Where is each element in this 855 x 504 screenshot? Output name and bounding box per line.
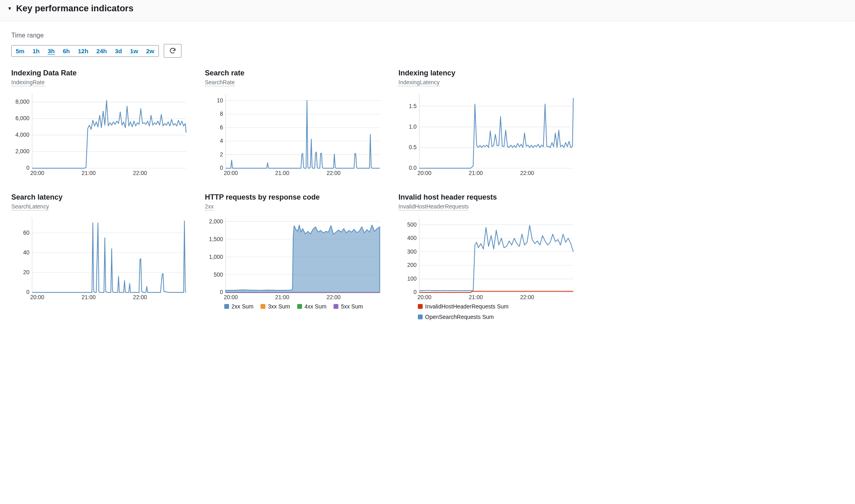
- chart-indexing-latency: Indexing latencyIndexingLatency0.00.51.0…: [398, 69, 576, 177]
- chart-subtitle: InvalidHostHeaderRequests: [398, 203, 469, 210]
- svg-text:20:00: 20:00: [417, 170, 432, 176]
- svg-text:22:00: 22:00: [520, 294, 534, 300]
- time-range-option-3h[interactable]: 3h: [44, 46, 59, 56]
- svg-text:60: 60: [23, 229, 30, 235]
- svg-text:22:00: 22:00: [133, 170, 147, 176]
- svg-text:0: 0: [26, 165, 29, 171]
- svg-text:4: 4: [220, 137, 223, 144]
- chart-subtitle: SearchRate: [205, 79, 235, 86]
- svg-text:21:00: 21:00: [81, 294, 96, 300]
- chart-subtitle: IndexingRate: [11, 79, 45, 86]
- chart-legend: 2xx Sum3xx Sum4xx Sum5xx Sum: [205, 301, 382, 310]
- charts-grid: Indexing Data RateIndexingRate02,0004,00…: [11, 69, 576, 320]
- time-range-segmented[interactable]: 5m1h3h6h12h24h3d1w2w: [11, 45, 159, 57]
- legend-item[interactable]: 3xx Sum: [261, 303, 290, 310]
- chart-subtitle: 2xx: [205, 203, 214, 210]
- svg-text:22:00: 22:00: [520, 170, 534, 176]
- chart-search-rate: Search rateSearchRate024681020:0021:0022…: [205, 69, 382, 177]
- legend-swatch: [261, 304, 265, 309]
- svg-text:500: 500: [407, 221, 417, 227]
- time-range-option-12h[interactable]: 12h: [74, 46, 92, 56]
- time-range-option-6h[interactable]: 6h: [59, 46, 74, 56]
- legend-swatch: [418, 314, 423, 319]
- chart-subtitle: SearchLatency: [11, 203, 49, 210]
- legend-label: 3xx Sum: [268, 303, 290, 310]
- time-range-label: Time range: [11, 32, 844, 39]
- legend-item[interactable]: InvalidHostHeaderRequests Sum: [418, 303, 509, 310]
- svg-text:21:00: 21:00: [469, 170, 483, 176]
- svg-text:20:00: 20:00: [224, 170, 238, 176]
- svg-text:20:00: 20:00: [30, 170, 44, 176]
- svg-text:20:00: 20:00: [30, 294, 44, 300]
- legend-swatch: [297, 304, 302, 309]
- chart-title: Indexing latency: [398, 69, 576, 77]
- svg-text:20:00: 20:00: [417, 294, 432, 300]
- chart-plot[interactable]: 020406020:0021:0022:00: [11, 215, 189, 301]
- time-range-option-3d[interactable]: 3d: [111, 46, 126, 56]
- svg-text:0.0: 0.0: [409, 165, 417, 171]
- legend-item[interactable]: 2xx Sum: [224, 303, 253, 310]
- svg-text:40: 40: [23, 249, 30, 256]
- svg-text:20:00: 20:00: [224, 294, 238, 300]
- time-range-option-2w[interactable]: 2w: [142, 46, 158, 56]
- chart-title: Invalid host header requests: [398, 193, 576, 202]
- legend-swatch: [334, 304, 338, 309]
- legend-item[interactable]: 5xx Sum: [334, 303, 363, 310]
- legend-label: OpenSearchRequests Sum: [425, 314, 494, 320]
- chart-http-requests: HTTP requests by response code2xx05001,0…: [205, 193, 382, 321]
- chart-indexing-rate: Indexing Data RateIndexingRate02,0004,00…: [11, 69, 189, 177]
- refresh-button[interactable]: [164, 44, 181, 58]
- legend-item[interactable]: 4xx Sum: [297, 303, 326, 310]
- legend-label: InvalidHostHeaderRequests Sum: [425, 303, 509, 310]
- chart-legend: InvalidHostHeaderRequests SumOpenSearchR…: [398, 301, 576, 320]
- chart-plot[interactable]: 02,0004,0006,0008,00020:0021:0022:00: [11, 90, 189, 177]
- svg-text:1,000: 1,000: [209, 253, 223, 260]
- chart-plot[interactable]: 024681020:0021:0022:00: [205, 90, 382, 177]
- svg-text:2,000: 2,000: [15, 148, 29, 154]
- svg-text:20: 20: [23, 269, 30, 275]
- time-range-option-5m[interactable]: 5m: [12, 46, 29, 56]
- svg-text:4,000: 4,000: [15, 131, 29, 138]
- svg-text:21:00: 21:00: [469, 294, 483, 300]
- svg-text:21:00: 21:00: [275, 294, 289, 300]
- svg-text:100: 100: [407, 275, 417, 282]
- chart-title: Search latency: [11, 193, 189, 202]
- svg-text:500: 500: [214, 271, 223, 277]
- svg-text:6,000: 6,000: [15, 115, 29, 121]
- svg-text:1.0: 1.0: [409, 123, 417, 130]
- svg-text:21:00: 21:00: [81, 170, 96, 176]
- svg-text:0: 0: [26, 289, 29, 295]
- svg-text:300: 300: [407, 248, 417, 254]
- svg-text:1.5: 1.5: [409, 103, 417, 109]
- chart-title: Indexing Data Rate: [11, 69, 189, 77]
- svg-text:0.5: 0.5: [409, 144, 417, 150]
- time-range-option-1h[interactable]: 1h: [29, 46, 44, 56]
- chart-plot[interactable]: 05001,0001,5002,00020:0021:0022:00: [205, 215, 382, 301]
- chart-search-latency: Search latencySearchLatency020406020:002…: [11, 193, 189, 321]
- svg-text:8: 8: [220, 110, 223, 117]
- legend-label: 5xx Sum: [341, 303, 363, 310]
- legend-item[interactable]: OpenSearchRequests Sum: [418, 314, 494, 320]
- legend-label: 4xx Sum: [304, 303, 326, 310]
- chart-title: Search rate: [205, 69, 382, 77]
- legend-swatch: [224, 304, 229, 309]
- svg-text:0: 0: [220, 165, 223, 171]
- time-range-option-1w[interactable]: 1w: [126, 46, 142, 56]
- legend-swatch: [418, 304, 423, 309]
- svg-text:1,500: 1,500: [209, 235, 223, 242]
- legend-label: 2xx Sum: [231, 303, 253, 310]
- chart-plot[interactable]: 0.00.51.01.520:0021:0022:00: [398, 90, 576, 177]
- chart-plot[interactable]: 010020030040050020:0021:0022:00: [398, 215, 576, 301]
- svg-text:22:00: 22:00: [133, 294, 147, 300]
- panel-title: Key performance indicators: [16, 3, 133, 14]
- svg-text:200: 200: [407, 262, 417, 268]
- svg-text:400: 400: [407, 235, 417, 241]
- chart-title: HTTP requests by response code: [205, 193, 382, 202]
- svg-text:6: 6: [220, 124, 223, 131]
- panel-toggle-icon[interactable]: ▼: [7, 6, 12, 11]
- svg-text:0: 0: [413, 289, 417, 295]
- chart-invalid-host: Invalid host header requestsInvalidHostH…: [398, 193, 576, 321]
- svg-text:22:00: 22:00: [327, 294, 341, 300]
- panel-header[interactable]: ▼ Key performance indicators: [0, 0, 855, 21]
- time-range-option-24h[interactable]: 24h: [92, 46, 111, 56]
